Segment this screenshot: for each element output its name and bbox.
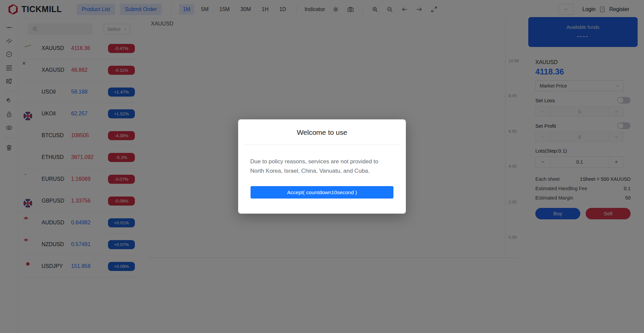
- modal-title: Welcome to use: [238, 119, 406, 136]
- modal-body-text: Due to policy reasons, services are not …: [238, 145, 406, 176]
- welcome-modal: Welcome to use Due to policy reasons, se…: [238, 119, 406, 214]
- accept-button[interactable]: Accept( countdown10second ): [251, 186, 393, 199]
